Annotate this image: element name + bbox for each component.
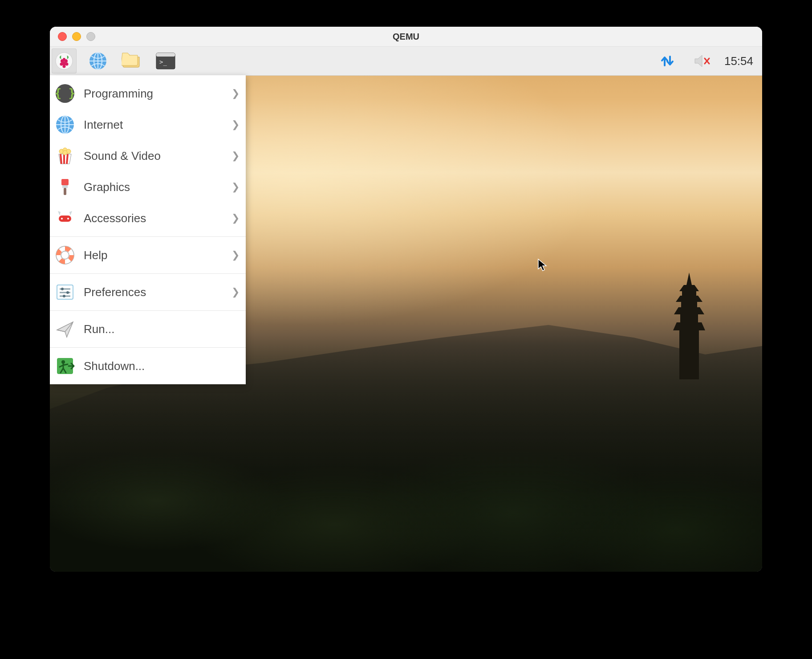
- svg-rect-26: [59, 216, 71, 222]
- globe-icon: [54, 114, 76, 135]
- menu-separator: [50, 236, 246, 237]
- svg-point-27: [61, 218, 63, 220]
- svg-point-7: [63, 58, 65, 61]
- menu-item-label: Programming: [84, 87, 223, 101]
- svg-text:>_: >_: [159, 58, 167, 66]
- popcorn-icon: [54, 145, 76, 167]
- minimize-window-button[interactable]: [72, 32, 81, 41]
- svg-point-4: [60, 63, 63, 66]
- svg-point-37: [63, 295, 65, 297]
- chevron-right-icon: ❯: [231, 88, 240, 99]
- svg-point-5: [65, 63, 69, 66]
- raspberry-icon: [55, 52, 73, 70]
- menu-item-sound-video[interactable]: Sound & Video ❯: [50, 140, 246, 171]
- taskbar: >_: [50, 47, 762, 76]
- exit-icon: [54, 355, 76, 377]
- menu-separator: [50, 310, 246, 311]
- chevron-right-icon: ❯: [231, 150, 240, 162]
- svg-point-28: [67, 218, 69, 220]
- menu-item-label: Preferences: [84, 285, 223, 299]
- application-menu-button[interactable]: [52, 49, 77, 73]
- menu-item-label: Run...: [84, 322, 240, 336]
- chevron-right-icon: ❯: [231, 212, 240, 224]
- svg-point-36: [66, 291, 69, 294]
- folders-icon: [122, 52, 142, 70]
- svg-point-30: [61, 251, 69, 259]
- application-menu: { } Programming ❯ Internet ❯: [50, 75, 246, 384]
- menu-item-internet[interactable]: Internet ❯: [50, 109, 246, 140]
- menu-item-shutdown[interactable]: Shutdown...: [50, 350, 246, 382]
- menu-item-help[interactable]: Help ❯: [50, 240, 246, 271]
- window-controls: [50, 32, 95, 41]
- menu-item-label: Graphics: [84, 180, 223, 194]
- web-browser-launcher[interactable]: [85, 49, 110, 73]
- svg-point-6: [63, 65, 66, 68]
- menu-item-label: Shutdown...: [84, 359, 240, 373]
- lifebuoy-icon: [54, 244, 76, 266]
- terminal-launcher[interactable]: >_: [153, 49, 178, 73]
- sliders-icon: [54, 281, 76, 303]
- volume-indicator[interactable]: [690, 49, 715, 73]
- svg-rect-11: [156, 53, 175, 57]
- guest-screen: >_: [50, 47, 762, 572]
- chevron-right-icon: ❯: [231, 249, 240, 261]
- chevron-right-icon: ❯: [231, 119, 240, 130]
- globe-icon: [89, 52, 107, 70]
- menu-item-preferences[interactable]: Preferences ❯: [50, 277, 246, 308]
- menu-item-run[interactable]: Run...: [50, 313, 246, 345]
- svg-rect-25: [64, 188, 66, 195]
- menu-item-programming[interactable]: { } Programming ❯: [50, 78, 246, 109]
- paper-plane-icon: [54, 318, 76, 340]
- menu-item-label: Help: [84, 248, 223, 262]
- file-manager-launcher[interactable]: [119, 49, 144, 73]
- window-title: QEMU: [50, 32, 762, 42]
- code-braces-icon: { }: [54, 83, 76, 104]
- taskbar-launchers: >_: [52, 49, 178, 73]
- network-indicator[interactable]: [655, 49, 680, 73]
- zoom-window-button[interactable]: [86, 32, 95, 41]
- wallpaper-pagoda: [673, 273, 705, 379]
- menu-separator: [50, 347, 246, 348]
- menu-item-label: Accessories: [84, 212, 223, 225]
- clock[interactable]: 15:54: [724, 54, 758, 68]
- menu-item-label: Sound & Video: [84, 149, 223, 163]
- svg-rect-23: [61, 179, 69, 185]
- close-window-button[interactable]: [58, 32, 67, 41]
- menu-item-accessories[interactable]: Accessories ❯: [50, 203, 246, 234]
- svg-text:{ }: { }: [55, 86, 75, 100]
- menu-item-label: Internet: [84, 118, 223, 132]
- chevron-right-icon: ❯: [231, 286, 240, 298]
- mac-window: QEMU: [50, 27, 762, 572]
- network-updown-icon: [658, 52, 676, 70]
- system-tray: 15:54: [655, 49, 758, 73]
- paintbrush-icon: [54, 176, 76, 198]
- speaker-muted-icon: [693, 54, 711, 68]
- terminal-icon: >_: [156, 53, 175, 69]
- titlebar: QEMU: [50, 27, 762, 47]
- svg-point-22: [63, 151, 67, 155]
- svg-point-35: [61, 288, 64, 290]
- menu-separator: [50, 273, 246, 274]
- chevron-right-icon: ❯: [231, 181, 240, 193]
- menu-item-graphics[interactable]: Graphics ❯: [50, 171, 246, 203]
- swiss-knife-icon: [54, 207, 76, 229]
- svg-rect-24: [62, 185, 68, 188]
